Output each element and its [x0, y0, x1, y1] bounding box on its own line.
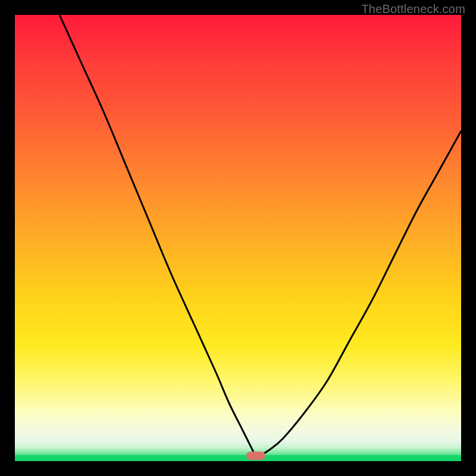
bottleneck-curve-svg	[15, 15, 461, 461]
chart-frame: TheBottleneck.com	[0, 0, 476, 476]
bottleneck-curve-path	[60, 15, 461, 456]
attribution-text: TheBottleneck.com	[361, 2, 465, 16]
plot-area	[15, 15, 461, 461]
minimum-marker	[246, 452, 265, 460]
